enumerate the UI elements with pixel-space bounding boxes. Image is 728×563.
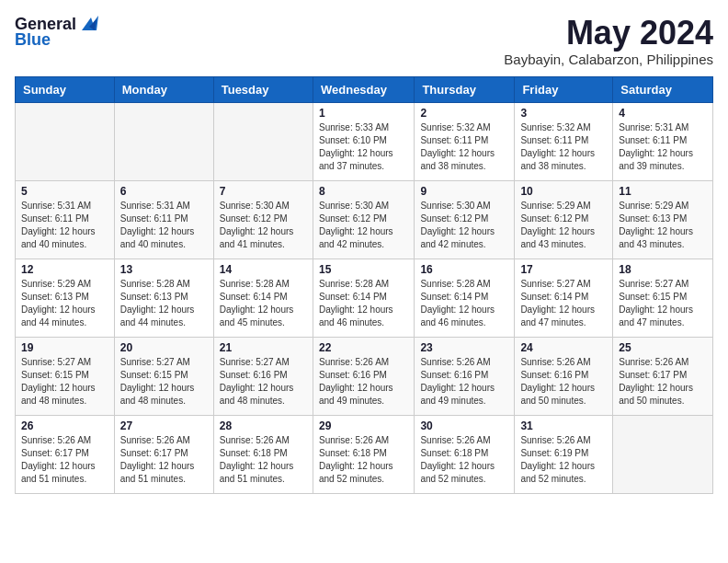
day-cell: 26Sunrise: 5:26 AM Sunset: 6:17 PM Dayli… (16, 415, 115, 493)
day-cell: 1Sunrise: 5:33 AM Sunset: 6:10 PM Daylig… (313, 102, 414, 180)
day-cell: 23Sunrise: 5:26 AM Sunset: 6:16 PM Dayli… (415, 337, 515, 415)
week-row-5: 26Sunrise: 5:26 AM Sunset: 6:17 PM Dayli… (16, 415, 713, 493)
day-cell: 30Sunrise: 5:26 AM Sunset: 6:18 PM Dayli… (415, 415, 515, 493)
day-number: 25 (619, 341, 707, 354)
day-cell: 11Sunrise: 5:29 AM Sunset: 6:13 PM Dayli… (613, 180, 713, 259)
day-cell: 27Sunrise: 5:26 AM Sunset: 6:17 PM Dayli… (114, 415, 213, 493)
day-cell: 2Sunrise: 5:32 AM Sunset: 6:11 PM Daylig… (415, 102, 515, 180)
day-number: 3 (520, 107, 607, 120)
day-number: 19 (21, 341, 108, 354)
day-cell: 5Sunrise: 5:31 AM Sunset: 6:11 PM Daylig… (16, 180, 115, 259)
week-row-1: 1Sunrise: 5:33 AM Sunset: 6:10 PM Daylig… (16, 102, 713, 180)
day-number: 24 (520, 341, 607, 354)
day-info: Sunrise: 5:26 AM Sunset: 6:17 PM Dayligh… (619, 356, 707, 408)
day-number: 18 (619, 263, 707, 276)
day-cell: 6Sunrise: 5:31 AM Sunset: 6:11 PM Daylig… (114, 180, 213, 259)
day-cell: 24Sunrise: 5:26 AM Sunset: 6:16 PM Dayli… (515, 337, 613, 415)
day-info: Sunrise: 5:28 AM Sunset: 6:14 PM Dayligh… (420, 278, 508, 329)
header-thursday: Thursday (415, 76, 515, 102)
header-friday: Friday (515, 76, 613, 102)
day-info: Sunrise: 5:27 AM Sunset: 6:16 PM Dayligh… (220, 356, 307, 408)
header-wednesday: Wednesday (313, 76, 414, 102)
month-title: May 2024 (504, 15, 713, 52)
logo-bird-icon (80, 14, 100, 32)
day-cell: 22Sunrise: 5:26 AM Sunset: 6:16 PM Dayli… (313, 337, 414, 415)
day-info: Sunrise: 5:30 AM Sunset: 6:12 PM Dayligh… (420, 200, 508, 251)
day-number: 30 (420, 419, 508, 432)
header-sunday: Sunday (16, 76, 115, 102)
day-number: 29 (319, 419, 408, 432)
day-info: Sunrise: 5:26 AM Sunset: 6:18 PM Dayligh… (319, 434, 408, 486)
day-info: Sunrise: 5:31 AM Sunset: 6:11 PM Dayligh… (21, 200, 108, 251)
day-number: 20 (120, 341, 208, 354)
day-info: Sunrise: 5:33 AM Sunset: 6:10 PM Dayligh… (319, 121, 408, 173)
day-number: 6 (120, 185, 208, 198)
day-number: 13 (120, 263, 208, 276)
day-cell: 20Sunrise: 5:27 AM Sunset: 6:15 PM Dayli… (114, 337, 213, 415)
day-number: 5 (21, 185, 108, 198)
day-cell: 9Sunrise: 5:30 AM Sunset: 6:12 PM Daylig… (415, 180, 515, 259)
title-area: May 2024 Baybayin, Calabarzon, Philippin… (504, 15, 713, 67)
day-info: Sunrise: 5:32 AM Sunset: 6:11 PM Dayligh… (420, 121, 508, 173)
day-cell: 19Sunrise: 5:27 AM Sunset: 6:15 PM Dayli… (16, 337, 115, 415)
day-cell: 29Sunrise: 5:26 AM Sunset: 6:18 PM Dayli… (313, 415, 414, 493)
day-info: Sunrise: 5:27 AM Sunset: 6:15 PM Dayligh… (619, 278, 707, 329)
day-info: Sunrise: 5:26 AM Sunset: 6:18 PM Dayligh… (220, 434, 307, 486)
logo-blue: Blue (15, 30, 51, 50)
day-cell (613, 415, 713, 493)
day-cell: 3Sunrise: 5:32 AM Sunset: 6:11 PM Daylig… (515, 102, 613, 180)
day-info: Sunrise: 5:26 AM Sunset: 6:17 PM Dayligh… (21, 434, 108, 486)
day-info: Sunrise: 5:26 AM Sunset: 6:19 PM Dayligh… (520, 434, 607, 486)
day-info: Sunrise: 5:27 AM Sunset: 6:15 PM Dayligh… (21, 356, 108, 408)
day-cell: 4Sunrise: 5:31 AM Sunset: 6:11 PM Daylig… (613, 102, 713, 180)
day-cell: 13Sunrise: 5:28 AM Sunset: 6:13 PM Dayli… (114, 259, 213, 337)
day-number: 8 (319, 185, 408, 198)
day-number: 26 (21, 419, 108, 432)
day-number: 7 (220, 185, 307, 198)
day-info: Sunrise: 5:26 AM Sunset: 6:16 PM Dayligh… (420, 356, 508, 408)
day-number: 9 (420, 185, 508, 198)
day-cell: 7Sunrise: 5:30 AM Sunset: 6:12 PM Daylig… (213, 180, 313, 259)
header-saturday: Saturday (613, 76, 713, 102)
day-number: 16 (420, 263, 508, 276)
day-cell: 14Sunrise: 5:28 AM Sunset: 6:14 PM Dayli… (213, 259, 313, 337)
day-cell: 16Sunrise: 5:28 AM Sunset: 6:14 PM Dayli… (415, 259, 515, 337)
day-number: 17 (520, 263, 607, 276)
day-number: 12 (21, 263, 108, 276)
day-cell: 28Sunrise: 5:26 AM Sunset: 6:18 PM Dayli… (213, 415, 313, 493)
day-info: Sunrise: 5:30 AM Sunset: 6:12 PM Dayligh… (319, 200, 408, 251)
day-number: 10 (520, 185, 607, 198)
day-info: Sunrise: 5:26 AM Sunset: 6:17 PM Dayligh… (120, 434, 208, 486)
logo: General Blue (15, 15, 100, 50)
day-info: Sunrise: 5:26 AM Sunset: 6:16 PM Dayligh… (319, 356, 408, 408)
day-number: 28 (220, 419, 307, 432)
day-info: Sunrise: 5:26 AM Sunset: 6:16 PM Dayligh… (520, 356, 607, 408)
day-number: 14 (220, 263, 307, 276)
day-cell: 17Sunrise: 5:27 AM Sunset: 6:14 PM Dayli… (515, 259, 613, 337)
day-cell (16, 102, 115, 180)
week-row-3: 12Sunrise: 5:29 AM Sunset: 6:13 PM Dayli… (16, 259, 713, 337)
header-monday: Monday (114, 76, 213, 102)
day-number: 23 (420, 341, 508, 354)
day-cell: 21Sunrise: 5:27 AM Sunset: 6:16 PM Dayli… (213, 337, 313, 415)
day-info: Sunrise: 5:31 AM Sunset: 6:11 PM Dayligh… (120, 200, 208, 251)
day-info: Sunrise: 5:26 AM Sunset: 6:18 PM Dayligh… (420, 434, 508, 486)
location-title: Baybayin, Calabarzon, Philippines (504, 52, 713, 67)
day-cell: 25Sunrise: 5:26 AM Sunset: 6:17 PM Dayli… (613, 337, 713, 415)
day-info: Sunrise: 5:32 AM Sunset: 6:11 PM Dayligh… (520, 121, 607, 173)
day-number: 15 (319, 263, 408, 276)
week-row-4: 19Sunrise: 5:27 AM Sunset: 6:15 PM Dayli… (16, 337, 713, 415)
day-info: Sunrise: 5:27 AM Sunset: 6:14 PM Dayligh… (520, 278, 607, 329)
header: General Blue May 2024 Baybayin, Calabarz… (15, 15, 713, 67)
day-info: Sunrise: 5:28 AM Sunset: 6:14 PM Dayligh… (220, 278, 307, 329)
day-cell: 18Sunrise: 5:27 AM Sunset: 6:15 PM Dayli… (613, 259, 713, 337)
day-cell: 10Sunrise: 5:29 AM Sunset: 6:12 PM Dayli… (515, 180, 613, 259)
day-cell: 12Sunrise: 5:29 AM Sunset: 6:13 PM Dayli… (16, 259, 115, 337)
day-info: Sunrise: 5:28 AM Sunset: 6:14 PM Dayligh… (319, 278, 408, 329)
week-row-2: 5Sunrise: 5:31 AM Sunset: 6:11 PM Daylig… (16, 180, 713, 259)
header-row: SundayMondayTuesdayWednesdayThursdayFrid… (16, 76, 713, 102)
day-number: 31 (520, 419, 607, 432)
day-cell (213, 102, 313, 180)
day-cell: 8Sunrise: 5:30 AM Sunset: 6:12 PM Daylig… (313, 180, 414, 259)
day-info: Sunrise: 5:31 AM Sunset: 6:11 PM Dayligh… (619, 121, 707, 173)
